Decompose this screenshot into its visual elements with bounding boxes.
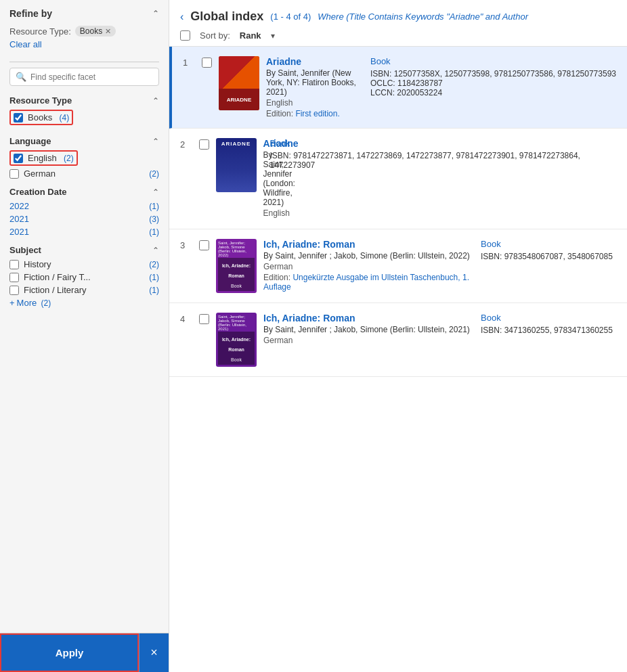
- sidebar-footer: Apply ×: [0, 633, 169, 672]
- result-meta-details-4: ISBN: 3471360255, 9783471360255: [481, 326, 616, 335]
- subject-literary-item[interactable]: Fiction / Literary (1): [9, 285, 159, 295]
- language-german-checkbox[interactable]: [9, 169, 19, 179]
- apply-button[interactable]: Apply: [0, 633, 139, 672]
- where-clause: Where (Title Contains Keywords "Ariadne"…: [318, 12, 528, 22]
- more-label: More: [17, 298, 37, 308]
- facet-search-input[interactable]: [30, 72, 153, 82]
- resource-type-label: Resource Type:: [9, 26, 71, 37]
- search-icon: 🔍: [16, 72, 26, 82]
- date-2021b-count: (1): [147, 227, 159, 237]
- sort-value[interactable]: Rank: [240, 30, 261, 41]
- divider-1: [9, 62, 159, 62]
- date-2021a-item[interactable]: 2021 (3): [9, 214, 159, 224]
- subject-title: Subject: [9, 245, 41, 255]
- sidebar-content: Refine by ⌃ Resource Type: Books ✕ Clear…: [0, 0, 169, 633]
- creation-date-section: Creation Date ⌃ 2022 (1) 2021 (3) 2021 (…: [9, 187, 159, 237]
- result-meta-details-1: ISBN: 125077358X, 1250773598, 9781250773…: [370, 69, 616, 97]
- result-meta-details-2: ISBN: 9781472273871, 1472273869, 1472273…: [270, 151, 616, 170]
- more-count: (2): [39, 298, 51, 308]
- creation-date-header: Creation Date ⌃: [9, 187, 159, 197]
- close-sidebar-button[interactable]: ×: [139, 633, 169, 672]
- clear-all-link[interactable]: Clear all: [9, 39, 42, 49]
- date-2021a-label: 2021: [9, 214, 142, 224]
- edition-val-3: Ungekürzte Ausgabe im Ullstein Taschenbu…: [263, 273, 469, 292]
- result-item-1: 1 ARIADNE Ariadne By Saint, Jennifer (Ne…: [169, 47, 627, 129]
- subject-fairy-checkbox[interactable]: [9, 273, 19, 282]
- result-meta-1: Book ISBN: 125077358X, 1250773598, 97812…: [370, 56, 616, 97]
- result-author-4: By Saint, Jennifer ; Jakob, Simone (Berl…: [263, 325, 474, 334]
- language-english-checkbox[interactable]: [14, 154, 23, 163]
- subject-fairy-label: Fiction / Fairy T...: [24, 272, 142, 282]
- resource-type-books-checkbox[interactable]: [14, 113, 23, 122]
- result-info-4: Ich, Ariadne: Roman By Saint, Jennifer ;…: [263, 313, 474, 346]
- main-header: ‹ Global index (1 - 4 of 4) Where (Title…: [169, 0, 627, 47]
- result-checkbox-2[interactable]: [199, 139, 209, 150]
- result-num-1: 1: [183, 56, 195, 68]
- subject-header: Subject ⌃: [9, 245, 159, 255]
- more-link[interactable]: + More (2): [9, 298, 159, 308]
- book-cover-2: ARIADNE: [216, 138, 257, 192]
- result-info-3: Ich, Ariadne: Roman By Saint, Jennifer ;…: [263, 239, 474, 292]
- result-num-4: 4: [180, 313, 192, 324]
- subject-fairy-item[interactable]: Fiction / Fairy T... (1): [9, 272, 159, 282]
- subject-collapse-icon[interactable]: ⌃: [152, 246, 159, 255]
- main-content: ‹ Global index (1 - 4 of 4) Where (Title…: [169, 0, 627, 672]
- result-title-1[interactable]: Ariadne: [266, 56, 364, 67]
- subject-literary-label: Fiction / Literary: [24, 285, 142, 295]
- creation-date-title: Creation Date: [9, 187, 67, 197]
- result-lang-1: English: [266, 98, 364, 108]
- sort-arrow-icon[interactable]: ▾: [271, 31, 275, 41]
- subject-history-item[interactable]: History (2): [9, 259, 159, 269]
- language-collapse-icon[interactable]: ⌃: [152, 137, 159, 146]
- result-num-3: 3: [180, 239, 192, 250]
- result-info-1: Ariadne By Saint, Jennifer (New York, NY…: [266, 56, 364, 118]
- resource-type-section-title: Resource Type: [9, 95, 72, 106]
- active-filter-row: Resource Type: Books ✕: [9, 26, 159, 37]
- result-count: (1 - 4 of 4): [270, 12, 311, 22]
- result-author-3: By Saint, Jennifer ; Jakob, Simone (Berl…: [263, 251, 474, 261]
- select-all-checkbox[interactable]: [180, 30, 190, 41]
- creation-date-collapse-icon[interactable]: ⌃: [152, 187, 159, 197]
- subject-history-checkbox[interactable]: [9, 260, 19, 269]
- date-2022-label: 2022: [9, 201, 142, 211]
- date-2021b-label: 2021: [9, 227, 142, 237]
- result-title-3[interactable]: Ich, Ariadne: Roman: [263, 239, 474, 250]
- result-checkbox-1[interactable]: [202, 58, 212, 68]
- result-meta-type-1: Book: [370, 56, 616, 66]
- resource-type-books-item[interactable]: Books (4): [9, 110, 73, 125]
- date-2021b-item[interactable]: 2021 (1): [9, 227, 159, 237]
- result-lang-3: German: [263, 262, 474, 271]
- date-2022-item[interactable]: 2022 (1): [9, 201, 159, 211]
- book-cover-1: ARIADNE: [219, 56, 259, 110]
- result-meta-type-2: Book: [270, 138, 616, 148]
- collapse-icon[interactable]: ⌃: [152, 9, 159, 18]
- subject-fairy-count: (1): [147, 273, 159, 282]
- subject-literary-count: (1): [147, 286, 159, 295]
- title-row: ‹ Global index (1 - 4 of 4) Where (Title…: [180, 9, 616, 24]
- results-list: 1 ARIADNE Ariadne By Saint, Jennifer (Ne…: [169, 47, 627, 672]
- book-cover-3: Saint, Jennifer; Jakob, Simone (Berlin: …: [216, 239, 257, 293]
- resource-type-books-label: Books: [28, 112, 52, 122]
- sort-label: Sort by:: [200, 30, 230, 41]
- result-lang-4: German: [263, 336, 474, 345]
- back-button[interactable]: ‹: [180, 11, 183, 23]
- result-item-4: 4 Saint, Jennifer; Jakob, Simone (Berlin…: [169, 303, 627, 377]
- subject-history-label: History: [24, 259, 142, 269]
- resource-type-section: Resource Type ⌃ Books (4): [9, 95, 159, 128]
- edition-label-3: Edition:: [263, 273, 290, 282]
- facet-search-box[interactable]: 🔍: [9, 68, 159, 86]
- result-checkbox-4[interactable]: [199, 314, 209, 324]
- result-meta-type-3: Book: [481, 239, 616, 249]
- result-meta-type-4: Book: [481, 313, 616, 323]
- language-english-label: English: [28, 153, 57, 163]
- result-title-4[interactable]: Ich, Ariadne: Roman: [263, 313, 474, 323]
- language-english-item[interactable]: English (2): [9, 150, 78, 166]
- subject-literary-checkbox[interactable]: [9, 286, 19, 295]
- remove-filter-btn[interactable]: ✕: [105, 27, 111, 36]
- language-german-item[interactable]: German (2): [9, 169, 159, 179]
- book-cover-4: Saint, Jennifer; Jakob, Simone (Berlin: …: [216, 313, 257, 367]
- resource-type-collapse-icon[interactable]: ⌃: [152, 96, 159, 106]
- result-checkbox-3[interactable]: [199, 240, 209, 250]
- resource-type-header: Resource Type ⌃: [9, 95, 159, 106]
- result-edition-1: Edition: First edition.: [266, 109, 364, 118]
